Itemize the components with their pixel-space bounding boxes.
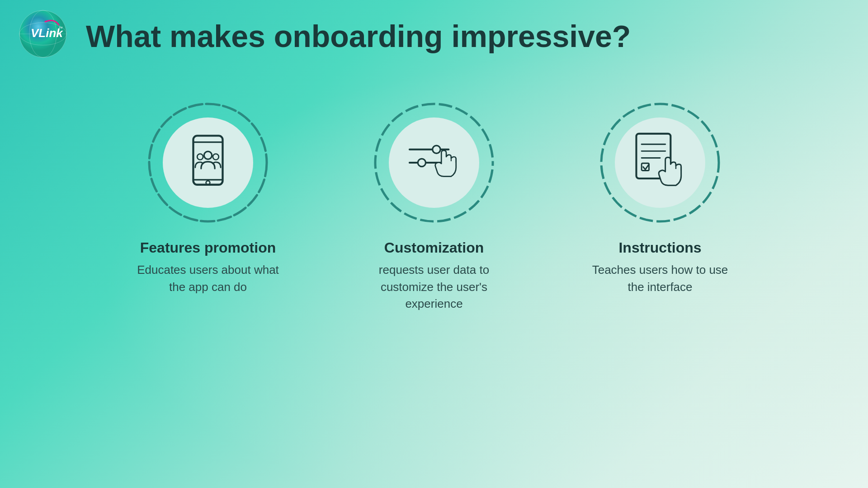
logo-container: VLink ™ <box>18 9 72 63</box>
card-title-features: Features promotion <box>140 239 276 256</box>
svg-point-14 <box>213 154 219 160</box>
svg-point-19 <box>418 159 425 166</box>
card-features-promotion: Features promotion Educates users about … <box>131 99 285 296</box>
card-customization: Customization requests user data to cust… <box>357 99 511 313</box>
card-desc-customization: requests user data to customize the user… <box>357 262 511 313</box>
circle-features <box>145 99 271 226</box>
svg-point-13 <box>197 154 203 160</box>
vlink-logo: VLink ™ <box>18 9 68 59</box>
sliders-hand-icon <box>405 133 463 192</box>
card-desc-features: Educates users about what the app can do <box>131 262 285 296</box>
svg-point-17 <box>433 145 440 153</box>
document-hand-icon <box>631 133 689 192</box>
inner-circle-instructions <box>615 117 705 208</box>
circle-customization <box>371 99 497 226</box>
page-title: What makes onboarding impressive? <box>86 19 631 53</box>
page-header: VLink ™ What makes onboarding impressive… <box>0 0 868 72</box>
card-title-customization: Customization <box>384 239 484 256</box>
card-instructions: Instructions Teaches users how to use th… <box>583 99 737 296</box>
card-title-instructions: Instructions <box>618 239 701 256</box>
phone-users-icon <box>179 133 237 192</box>
card-desc-instructions: Teaches users how to use the interface <box>583 262 737 296</box>
svg-rect-8 <box>193 136 223 184</box>
svg-point-12 <box>204 151 212 159</box>
svg-point-11 <box>206 181 210 185</box>
cards-container: Features promotion Educates users about … <box>0 99 868 313</box>
circle-instructions <box>597 99 723 226</box>
svg-text:™: ™ <box>58 26 63 31</box>
inner-circle-features <box>163 117 253 208</box>
inner-circle-customization <box>389 117 479 208</box>
